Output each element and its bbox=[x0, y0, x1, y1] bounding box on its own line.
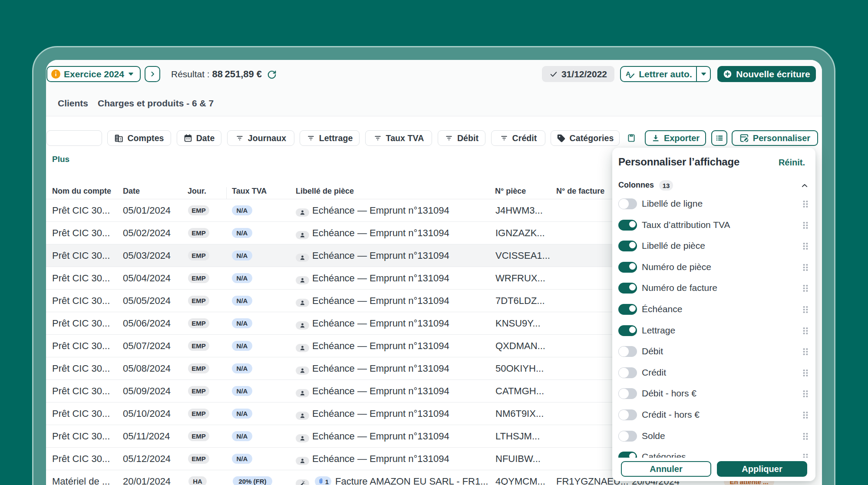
svg-text:A: A bbox=[626, 70, 630, 77]
